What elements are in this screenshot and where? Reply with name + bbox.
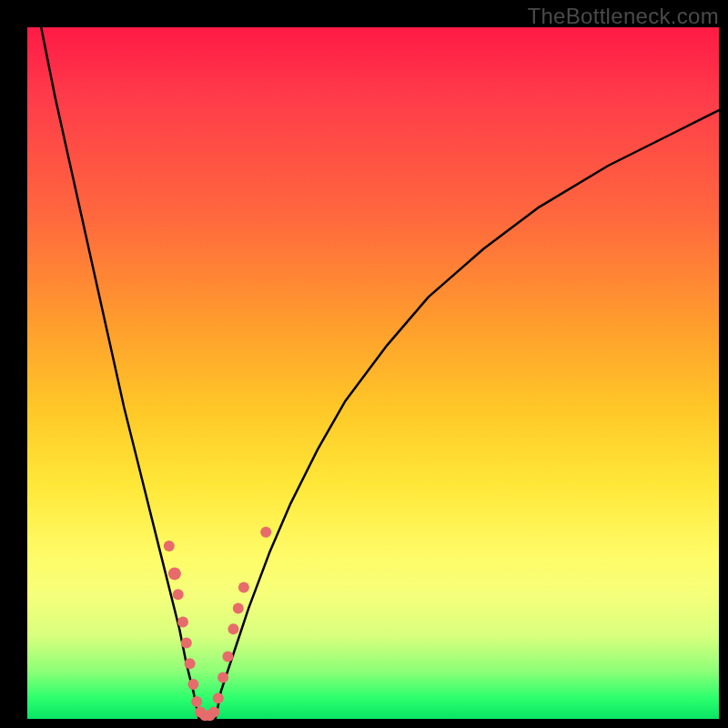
marker-point	[260, 527, 271, 538]
marker-point	[233, 602, 244, 613]
marker-point	[228, 623, 238, 634]
marker-point	[185, 658, 196, 669]
marker-point	[177, 617, 188, 628]
series-curve-left	[41, 27, 198, 719]
marker-point	[208, 706, 219, 717]
curve-svg	[27, 27, 719, 719]
marker-point	[168, 567, 181, 580]
marker-point	[181, 637, 192, 648]
marker-point	[217, 672, 228, 682]
marker-point	[187, 679, 198, 690]
marker-point	[238, 582, 249, 593]
marker-point	[191, 696, 202, 707]
marker-point	[213, 693, 224, 703]
chart-frame: TheBottleneck.com	[0, 0, 728, 728]
marker-point	[164, 541, 175, 551]
series-curve-right	[216, 110, 719, 719]
plot-area	[27, 27, 719, 719]
marker-point	[222, 652, 233, 662]
watermark-text: TheBottleneck.com	[527, 4, 719, 29]
marker-point	[173, 589, 184, 600]
